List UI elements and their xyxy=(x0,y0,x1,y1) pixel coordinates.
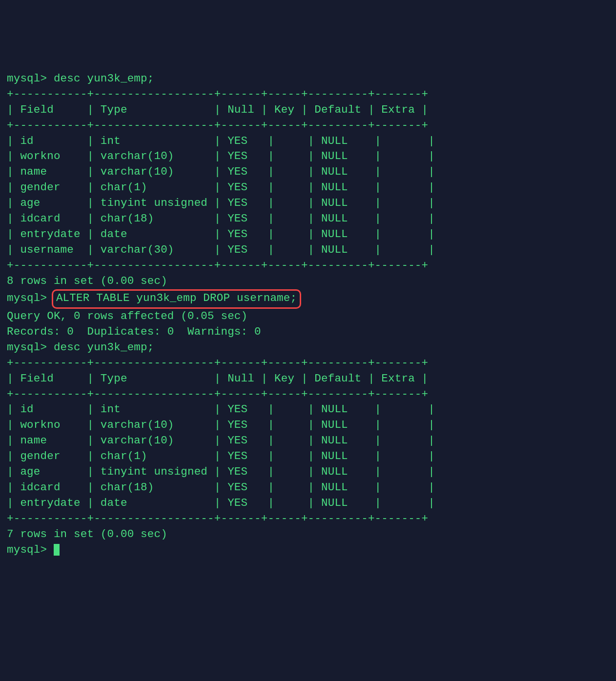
table1-row-5: | idcard | char(18) | YES | | NULL | | xyxy=(7,211,609,227)
table2-border-top: +-----------+------------------+------+-… xyxy=(7,356,609,371)
table1-row-2: | name | varchar(10) | YES | | NULL | | xyxy=(7,164,609,180)
table2-row-6: | entrydate | date | YES | | NULL | | xyxy=(7,496,609,511)
table2-row-0: | id | int | YES | | NULL | | xyxy=(7,402,609,418)
table2-row-4: | age | tinyint unsigned | YES | | NULL … xyxy=(7,464,609,480)
prompt: mysql> xyxy=(7,292,47,304)
table1-border-top: +-----------+------------------+------+-… xyxy=(7,87,609,102)
table2-row-1: | workno | varchar(10) | YES | | NULL | … xyxy=(7,418,609,433)
table2-summary: 7 rows in set (0.00 sec) xyxy=(7,527,609,542)
table2-border-bot: +-----------+------------------+------+-… xyxy=(7,511,609,527)
table2-header: | Field | Type | Null | Key | Default | … xyxy=(7,371,609,387)
table1-border-mid: +-----------+------------------+------+-… xyxy=(7,118,609,134)
table1-header: | Field | Type | Null | Key | Default | … xyxy=(7,102,609,118)
table1-row-3: | gender | char(1) | YES | | NULL | | xyxy=(7,180,609,196)
table1-row-4: | age | tinyint unsigned | YES | | NULL … xyxy=(7,196,609,211)
line-cmd-2: mysql> desc yun3k_emp; xyxy=(7,340,609,356)
alter-result-1: Query OK, 0 rows affected (0.05 sec) xyxy=(7,309,609,324)
prompt: mysql> xyxy=(7,72,47,85)
table1-row-0: | id | int | YES | | NULL | | xyxy=(7,134,609,149)
line-cmd-1: mysql> desc yun3k_emp; xyxy=(7,71,609,87)
table1-row-1: | workno | varchar(10) | YES | | NULL | … xyxy=(7,149,609,164)
table1-row-7: | username | varchar(30) | YES | | NULL … xyxy=(7,242,609,258)
line-prompt-final[interactable]: mysql> xyxy=(7,542,609,558)
alter-command-highlight: ALTER TABLE yun3k_emp DROP username; xyxy=(52,289,301,309)
alter-result-2: Records: 0 Duplicates: 0 Warnings: 0 xyxy=(7,324,609,340)
table2-row-3: | gender | char(1) | YES | | NULL | | xyxy=(7,449,609,464)
table1-summary: 8 rows in set (0.00 sec) xyxy=(7,274,609,289)
prompt: mysql> xyxy=(7,543,47,556)
command-desc-1: desc yun3k_emp; xyxy=(54,72,154,85)
line-cmd-alter: mysql> ALTER TABLE yun3k_emp DROP userna… xyxy=(7,289,609,309)
table2-row-5: | idcard | char(18) | YES | | NULL | | xyxy=(7,480,609,496)
table1-border-bot: +-----------+------------------+------+-… xyxy=(7,258,609,274)
table2-row-2: | name | varchar(10) | YES | | NULL | | xyxy=(7,433,609,449)
table2-border-mid: +-----------+------------------+------+-… xyxy=(7,387,609,402)
terminal-output: mysql> desc yun3k_emp;+-----------+-----… xyxy=(7,71,609,558)
table1-row-6: | entrydate | date | YES | | NULL | | xyxy=(7,227,609,242)
command-desc-2: desc yun3k_emp; xyxy=(54,341,154,354)
prompt: mysql> xyxy=(7,341,47,354)
cursor-icon xyxy=(54,544,60,556)
